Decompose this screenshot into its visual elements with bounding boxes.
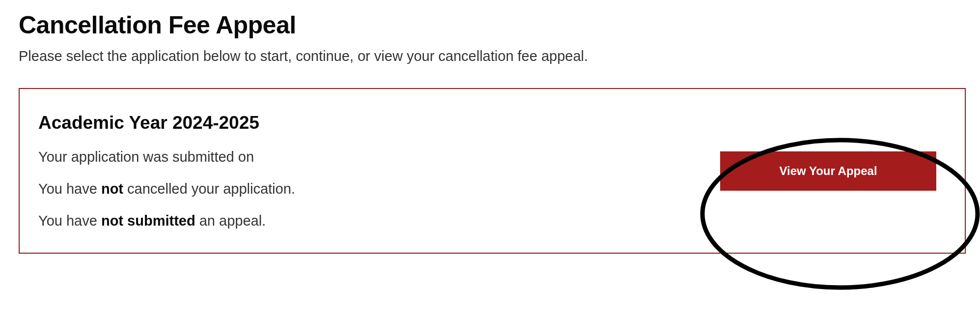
- appeal-bold: not submitted: [101, 213, 196, 229]
- submitted-status: Your application was submitted on: [38, 149, 720, 165]
- cancel-status: You have not cancelled your application.: [38, 181, 720, 197]
- page-subtitle: Please select the application below to s…: [19, 48, 980, 64]
- appeal-card: Academic Year 2024-2025 Your application…: [19, 88, 966, 254]
- cancel-prefix: You have: [38, 181, 101, 197]
- appeal-prefix: You have: [38, 213, 101, 229]
- card-title: Academic Year 2024-2025: [38, 113, 720, 133]
- view-appeal-button[interactable]: View Your Appeal: [720, 151, 936, 191]
- card-content: Academic Year 2024-2025 Your application…: [38, 113, 720, 229]
- cancel-bold: not: [101, 181, 123, 197]
- submitted-prefix: Your application was submitted on: [38, 149, 254, 165]
- card-actions: View Your Appeal: [720, 151, 946, 191]
- page-title: Cancellation Fee Appeal: [19, 11, 980, 39]
- cancel-suffix: cancelled your application.: [123, 181, 295, 197]
- appeal-suffix: an appeal.: [196, 213, 266, 229]
- appeal-status: You have not submitted an appeal.: [38, 213, 720, 229]
